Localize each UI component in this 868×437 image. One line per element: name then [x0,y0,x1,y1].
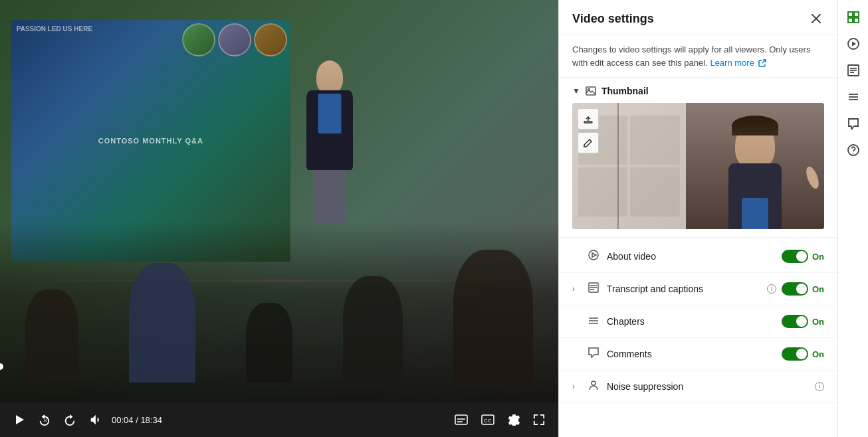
volume-button[interactable] [86,411,104,428]
about-video-label: About video [607,251,776,262]
settings-row-chapters[interactable]: Chapters On [559,306,837,338]
svg-marker-25 [852,42,856,46]
chapters-toggle-label: On [812,317,824,327]
thumb-hair [732,116,778,135]
transcript-toggle-label: On [812,284,824,294]
settings-row-about-video[interactable]: About video On [559,240,837,273]
presenter-shirt [318,94,341,133]
thumb-head [735,122,775,169]
about-video-toggle-switch[interactable] [782,250,808,263]
settings-button[interactable] [505,411,522,428]
backdrop-thumb-2 [218,23,251,56]
svg-marker-11 [592,253,596,257]
about-video-toggle[interactable]: On [782,250,824,263]
settings-row-noise-suppression[interactable]: › Noise suppression i [559,371,837,403]
noise-suppression-label: Noise suppression [607,381,812,392]
transcript-toggle-switch[interactable] [782,282,808,296]
svg-rect-2 [455,415,467,424]
thumbnail-actions [578,108,599,153]
door-panel [617,103,619,229]
sidebar-chat-btn[interactable] [841,112,865,135]
audience-5 [453,250,533,383]
presenter-legs [313,170,346,223]
backdrop-text: CONTOSO MONTHLY Q&A [93,131,209,150]
fullscreen-button[interactable] [530,411,548,428]
svg-text:10: 10 [43,418,47,422]
chapters-toggle[interactable]: On [782,315,824,328]
noise-suppression-chevron: › [572,382,580,391]
thumbnail-preview [572,103,824,229]
settings-panel: Video settings Changes to video settings… [558,0,837,437]
shelf-tile-4 [630,167,680,217]
svg-rect-22 [848,18,853,23]
transcript-chevron: › [572,284,580,294]
svg-rect-21 [854,12,859,17]
settings-row-transcript[interactable]: › Transcript and captions i On [559,273,837,306]
video-content: CONTOSO MONTHLY Q&A PASSION LED US HERE [0,0,558,402]
panel-title: Video settings [572,12,654,26]
thumbnail-header[interactable]: ▼ Thumbnail [572,86,824,96]
thumbnail-section: ▼ Thumbnail [559,78,837,238]
settings-list: About video On › Transcript and captions… [559,238,837,406]
sidebar-play-btn[interactable] [841,32,865,56]
svg-point-34 [853,153,854,154]
audience-1 [25,290,78,383]
rewind-button[interactable]: 10 [36,411,53,428]
thumb-hand [804,165,821,190]
upload-thumbnail-btn[interactable] [578,108,599,130]
edit-thumbnail-btn[interactable] [578,132,599,153]
right-sidebar [837,0,868,437]
panel-header: Video settings [559,0,837,35]
thumb-body [728,163,782,229]
comments-toggle-switch[interactable] [782,347,808,361]
svg-point-19 [592,381,596,385]
audience-2 [129,263,195,383]
transcript-toggle[interactable]: On [782,282,824,296]
audience-4 [343,276,403,383]
close-button[interactable] [808,11,824,27]
comments-toggle-label: On [812,349,824,359]
image-icon [586,86,596,96]
svg-rect-20 [848,12,853,17]
chapters-toggle-knob [796,316,807,327]
thumbnail-person [686,103,824,229]
backdrop-thumb-1 [182,23,215,56]
video-controls-bar: 10 00:04 / 18:34 CC [0,402,558,437]
learn-more-link[interactable]: Learn more [710,58,766,68]
backdrop-thumb-3 [254,23,287,56]
comments-toggle[interactable]: On [782,347,824,361]
play-button[interactable] [11,411,28,428]
video-frame: CONTOSO MONTHLY Q&A PASSION LED US HERE [0,0,558,402]
panel-notice: Changes to video settings will apply for… [559,35,837,78]
chapters-toggle-switch[interactable] [782,315,808,328]
thumbnail-chevron: ▼ [572,86,580,96]
sidebar-grid-btn[interactable] [841,5,865,29]
backdrop-subtitle: PASSION LED US HERE [17,25,92,33]
sidebar-help-btn[interactable] [841,138,865,162]
time-display: 00:04 / 18:34 [112,415,162,425]
about-video-toggle-label: On [812,252,824,262]
sidebar-menu-btn[interactable] [841,85,865,109]
captions-button[interactable] [452,412,471,428]
video-section: CONTOSO MONTHLY Q&A PASSION LED US HERE [0,0,558,437]
cc-button[interactable]: CC [479,412,497,428]
shelf-tile-3 [578,167,628,217]
thumb-shirt [742,198,768,229]
about-video-icon [587,250,600,263]
sidebar-transcript-btn[interactable] [841,58,865,82]
svg-text:CC: CC [484,418,492,424]
settings-row-comments[interactable]: Comments On [559,338,837,371]
svg-marker-0 [16,415,24,424]
presenter-body [306,90,353,170]
shelf-tile-2 [630,116,680,165]
transcript-label: Transcript and captions [607,284,764,294]
backdrop-thumbnails [182,23,287,56]
chapters-icon [587,315,600,328]
noise-suppression-info-icon: i [815,382,824,391]
audience [0,250,558,383]
forward-button[interactable] [61,411,78,428]
chapters-label: Chapters [607,316,776,327]
noise-suppression-icon [587,380,600,393]
transcript-toggle-knob [796,284,807,294]
comments-label: Comments [607,349,776,359]
